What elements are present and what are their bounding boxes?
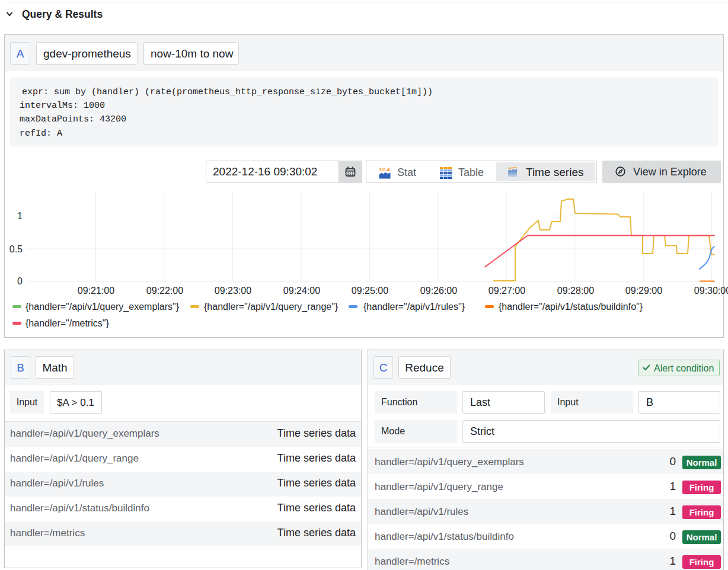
svg-text:12.4: 12.4 xyxy=(379,166,390,172)
